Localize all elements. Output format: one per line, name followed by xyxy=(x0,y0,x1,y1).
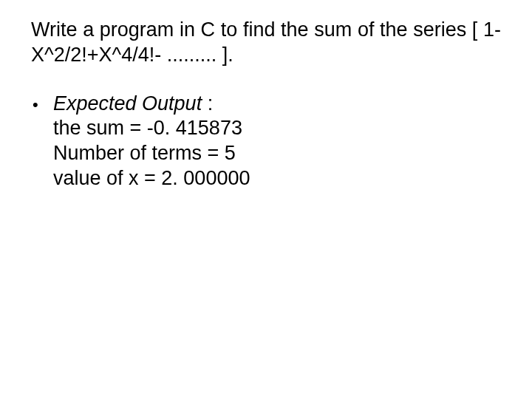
bullet-marker: • xyxy=(31,92,53,117)
bullet-dot-icon: • xyxy=(33,95,38,114)
expected-output-label: Expected Output xyxy=(53,92,202,115)
bullet-content: Expected Output : xyxy=(53,92,213,117)
problem-statement: Write a program in C to find the sum of … xyxy=(31,18,501,68)
output-line-1: the sum = -0. 415873 xyxy=(31,116,501,141)
title-text: Write a program in C to find the sum of … xyxy=(31,18,501,66)
colon: : xyxy=(202,92,213,115)
bullet-row: • Expected Output : xyxy=(31,92,501,117)
slide: Write a program in C to find the sum of … xyxy=(0,0,532,399)
output-line-2: Number of terms = 5 xyxy=(31,141,501,166)
expected-output-block: • Expected Output : the sum = -0. 415873… xyxy=(31,92,501,191)
output-line-3: value of x = 2. 000000 xyxy=(31,166,501,191)
